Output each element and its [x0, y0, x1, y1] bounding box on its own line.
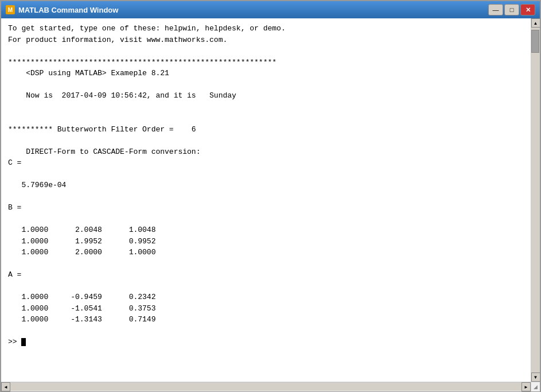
prompt-line: >> [8, 336, 524, 348]
scroll-thumb-v[interactable] [531, 30, 539, 53]
title-bar-left: M MATLAB Command Window [6, 5, 118, 14]
a-row2: 1.0000 -1.0541 0.3753 [8, 304, 155, 313]
intro-line2: For product information, visit www.mathw… [8, 36, 227, 44]
intro-line1: To get started, type one of these: helpw… [8, 24, 286, 33]
command-output[interactable]: To get started, type one of these: helpw… [1, 18, 531, 382]
scroll-left-button[interactable]: ◄ [1, 382, 10, 391]
b-row2: 1.0000 1.9952 0.9952 [8, 237, 155, 246]
c-value: 5.7969e-04 [8, 181, 66, 189]
separator: ****************************************… [8, 58, 277, 67]
resize-corner[interactable]: ◢ [531, 382, 540, 391]
vertical-scrollbar[interactable]: ▲ ▼ [531, 18, 540, 382]
main-content: To get started, type one of these: helpw… [1, 18, 531, 382]
cursor [21, 338, 26, 346]
scroll-down-button[interactable]: ▼ [531, 372, 540, 382]
a-row1: 1.0000 -0.9459 0.2342 [8, 293, 155, 301]
b-row1: 1.0000 2.0048 1.0048 [8, 226, 155, 234]
minimize-button[interactable]: — [488, 4, 503, 15]
datetime-line: Now is 2017-04-09 10:56:42, and it is Su… [8, 91, 236, 100]
a-row3: 1.0000 -1.3143 0.7149 [8, 315, 155, 324]
scroll-up-button[interactable]: ▲ [531, 18, 540, 28]
filter-order: ********** Butterworth Filter Order = 6 [8, 125, 196, 134]
example-label: <DSP using MATLAB> Exameple 8.21 [8, 69, 169, 77]
matlab-icon: M [6, 5, 15, 14]
close-button[interactable]: ✕ [520, 4, 535, 15]
horizontal-scrollbar[interactable]: ◄ ► [1, 382, 531, 391]
title-buttons: — □ ✕ [488, 4, 535, 15]
scroll-track-v[interactable] [531, 28, 540, 372]
conversion: DIRECT-Form to CASCADE-Form conversion: [8, 148, 200, 156]
scroll-right-button[interactable]: ► [521, 382, 531, 391]
b-row3: 1.0000 2.0000 1.0000 [8, 248, 155, 257]
content-area: To get started, type one of these: helpw… [1, 18, 540, 382]
title-bar: M MATLAB Command Window — □ ✕ [1, 1, 540, 18]
window-title: MATLAB Command Window [18, 6, 118, 14]
scroll-track-h[interactable] [10, 383, 521, 391]
c-label: C = [8, 158, 21, 167]
a-label: A = [8, 270, 21, 279]
b-label: B = [8, 203, 21, 212]
prompt-symbol: >> [8, 336, 21, 348]
bottom-bar: ◄ ► ◢ [1, 382, 540, 391]
matlab-window: M MATLAB Command Window — □ ✕ To get sta… [0, 0, 541, 392]
maximize-button[interactable]: □ [504, 4, 519, 15]
